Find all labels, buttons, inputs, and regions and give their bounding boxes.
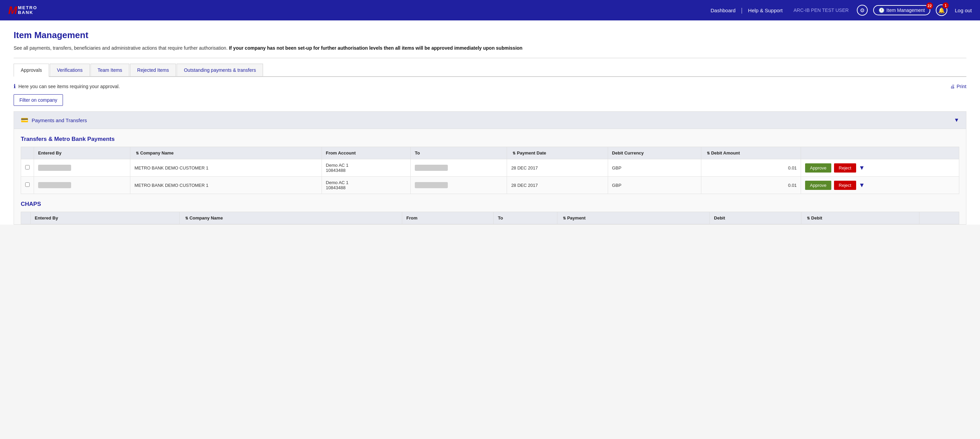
credit-card-icon: 💳 — [21, 116, 28, 124]
nav-divider: | — [741, 7, 743, 14]
chaps-col-checkbox — [21, 212, 30, 224]
clock-icon: 🕐 — [878, 8, 885, 13]
settings-icon[interactable]: ⚙ — [857, 5, 868, 16]
row1-checkbox-cell — [21, 159, 34, 177]
chaps-col-payment: ⇅ Payment — [557, 212, 710, 224]
tab-approvals[interactable]: Approvals — [14, 64, 49, 77]
col-to: To — [411, 147, 507, 159]
tab-verifications[interactable]: Verifications — [50, 64, 89, 76]
chaps-sort-debit-icon[interactable]: ⇅ — [807, 216, 810, 221]
row1-action-cell: Approve Reject ▼ — [805, 163, 955, 173]
row2-entered-by: ██████████ — [34, 177, 130, 194]
row2-entered-by-blurred: ██████████ — [38, 182, 71, 188]
chaps-col-from: From — [402, 212, 494, 224]
tab-rejected-items[interactable]: Rejected Items — [130, 64, 176, 76]
table-row: ██████████ METRO BANK DEMO CUSTOMER 1 De… — [21, 159, 959, 177]
info-icon: ℹ — [14, 83, 16, 89]
logo-metro: METRO — [18, 5, 37, 10]
nav-help[interactable]: Help & Support — [743, 8, 788, 13]
info-text: ℹ Here you can see items requiring your … — [14, 83, 120, 89]
item-management-label: Item Management — [886, 8, 925, 13]
row1-entered-by: ██████████ — [34, 159, 130, 177]
row2-reject-button[interactable]: Reject — [834, 181, 856, 190]
chaps-col-company-name: ⇅ Company Name — [180, 212, 402, 224]
filter-company-button[interactable]: Filter on company — [14, 94, 63, 106]
transfers-sub-section: Transfers & Metro Bank Payments Entered … — [14, 129, 966, 194]
transfers-sub-title: Transfers & Metro Bank Payments — [21, 136, 959, 143]
chaps-table-header: Entered By ⇅ Company Name From To ⇅ Paym… — [21, 212, 959, 224]
row2-actions: Approve Reject ▼ — [801, 177, 959, 194]
row1-to-blurred: ██████████ — [415, 165, 448, 171]
col-payment-date: ⇅ Payment Date — [507, 147, 608, 159]
row1-to: ██████████ — [411, 159, 507, 177]
payments-title-text: Payments and Transfers — [32, 118, 87, 123]
print-link[interactable]: 🖨 Print — [950, 84, 966, 89]
row2-from-account: Demo AC 110843488 — [321, 177, 411, 194]
main-content: Item Management See all payments, transf… — [0, 21, 980, 111]
logo: M METRO BANK — [8, 5, 37, 16]
payments-header[interactable]: 💳 Payments and Transfers ▼ — [14, 111, 966, 129]
col-from-account: From Account — [321, 147, 411, 159]
header: M METRO BANK Dashboard | Help & Support … — [0, 0, 980, 21]
payments-transfers-section: 💳 Payments and Transfers ▼ Transfers & M… — [14, 111, 966, 224]
tab-outstanding-payments[interactable]: Outstanding payments & transfers — [177, 64, 263, 76]
header-username: ARC-IB PEN TEST USER — [788, 8, 854, 13]
row2-company-name: METRO BANK DEMO CUSTOMER 1 — [130, 177, 321, 194]
logo-text: METRO BANK — [18, 5, 37, 15]
row2-approve-button[interactable]: Approve — [805, 181, 831, 190]
print-label: Print — [956, 84, 966, 89]
row1-actions: Approve Reject ▼ — [801, 159, 959, 177]
logo-bank: BANK — [18, 10, 37, 15]
info-bar: ℹ Here you can see items requiring your … — [14, 83, 966, 94]
table-row: ██████████ METRO BANK DEMO CUSTOMER 1 De… — [21, 177, 959, 194]
row2-debit-amount: 0.01 — [701, 177, 801, 194]
notification-bell[interactable]: 🔔 1 — [936, 5, 947, 16]
col-debit-amount: ⇅ Debit Amount — [701, 147, 801, 159]
row2-checkbox[interactable] — [25, 182, 30, 187]
row2-debit-currency: GBP — [608, 177, 701, 194]
row2-expand-icon[interactable]: ▼ — [859, 182, 865, 189]
info-message: Here you can see items requiring your ap… — [18, 84, 120, 89]
nav-dashboard[interactable]: Dashboard — [705, 8, 741, 13]
sort-amount-icon[interactable]: ⇅ — [707, 151, 710, 156]
logout-link[interactable]: Log out — [950, 8, 972, 13]
logo-m: M — [8, 5, 18, 16]
chaps-sub-section: CHAPS Entered By ⇅ Company Name From To … — [14, 194, 966, 224]
chaps-col-actions — [920, 212, 959, 224]
section-divider — [14, 58, 966, 58]
chaps-sort-payment-icon[interactable]: ⇅ — [563, 216, 566, 221]
chaps-sort-company-icon[interactable]: ⇅ — [185, 216, 188, 221]
row1-debit-amount: 0.01 — [701, 159, 801, 177]
row1-checkbox[interactable] — [25, 165, 30, 169]
col-company-name: ⇅ Company Name — [130, 147, 321, 159]
row1-reject-button[interactable]: Reject — [834, 163, 856, 173]
page-desc-normal: See all payments, transfers, beneficiari… — [14, 45, 228, 51]
col-debit-currency: Debit Currency — [608, 147, 701, 159]
row1-entered-by-blurred: ██████████ — [38, 165, 71, 171]
sort-company-icon[interactable]: ⇅ — [136, 151, 139, 156]
row2-checkbox-cell — [21, 177, 34, 194]
chaps-col-debit-amount: ⇅ Debit — [801, 212, 920, 224]
col-checkbox — [21, 147, 34, 159]
row2-to: ██████████ — [411, 177, 507, 194]
col-actions — [801, 147, 959, 159]
row1-expand-icon[interactable]: ▼ — [859, 164, 865, 172]
row2-to-blurred: ██████████ — [415, 182, 448, 188]
bell-badge: 1 — [943, 2, 949, 8]
payments-header-title: 💳 Payments and Transfers — [21, 116, 87, 124]
row1-debit-currency: GBP — [608, 159, 701, 177]
chaps-title: CHAPS — [21, 201, 959, 208]
tab-team-items[interactable]: Team Items — [91, 64, 129, 76]
sort-date-icon[interactable]: ⇅ — [512, 151, 515, 156]
chaps-col-entered-by: Entered By — [30, 212, 180, 224]
row1-company-name: METRO BANK DEMO CUSTOMER 1 — [130, 159, 321, 177]
row1-approve-button[interactable]: Approve — [805, 163, 831, 173]
row2-payment-date: 28 DEC 2017 — [507, 177, 608, 194]
page-description: See all payments, transfers, beneficiari… — [14, 45, 966, 52]
printer-icon: 🖨 — [950, 84, 955, 89]
row2-action-cell: Approve Reject ▼ — [805, 181, 955, 190]
chaps-table: Entered By ⇅ Company Name From To ⇅ Paym… — [21, 212, 959, 224]
row1-from-account: Demo AC 110843488 — [321, 159, 411, 177]
item-management-button[interactable]: 🕐 Item Management 22 — [873, 5, 930, 15]
payments-chevron-icon[interactable]: ▼ — [954, 117, 959, 123]
